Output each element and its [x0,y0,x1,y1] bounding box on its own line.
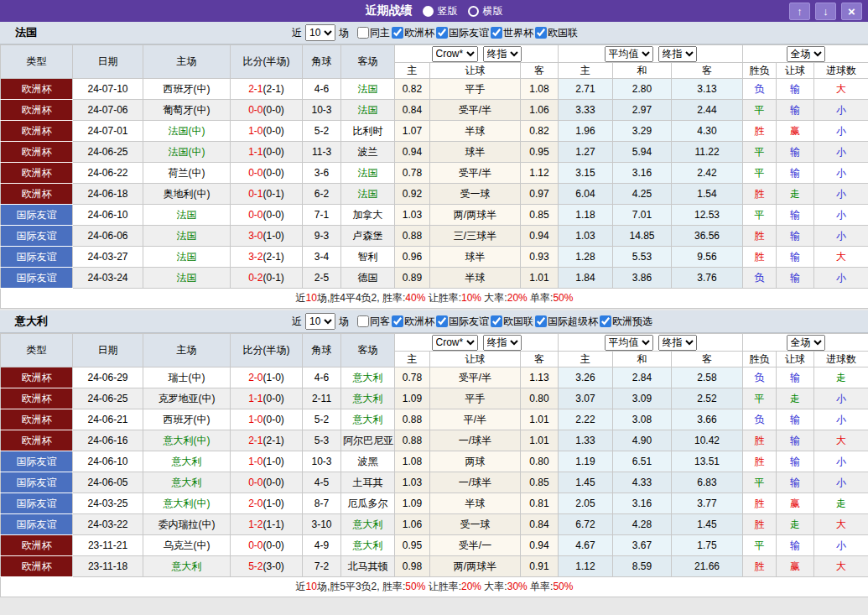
same-venue-checkbox[interactable] [357,27,369,39]
handicap-line-cell: 受半/一 [430,535,521,556]
corners-cell: 4-5 [303,472,341,493]
handicap-line-cell: 受平/半 [430,163,521,184]
column-header: 胜负 [743,63,777,79]
result-winloss-cell: 负 [743,268,777,289]
result-goals-cell: 小 [814,205,868,226]
corners-cell: 7-1 [303,205,341,226]
near-label: 近 [292,26,302,40]
result-goals-cell: 小 [814,226,868,247]
date-cell: 24-06-21 [73,409,143,430]
handicap-line-cell: 球半 [430,142,521,163]
result-handicap-cell: 输 [777,367,814,388]
league-filter-checkbox[interactable] [600,315,611,327]
recent-count-select[interactable]: 10 [305,313,335,330]
table-row: 欧洲杯23-11-18意大利5-2(3-0)7-2北马其顿0.98两/两球半0.… [1,556,868,577]
average-draw-cell: 3.16 [613,163,672,184]
league-filter[interactable]: 欧洲杯 [390,315,434,329]
handicap-away-odds-cell: 0.85 [521,472,559,493]
header-select-group: 平均值终指 [559,45,743,63]
handicap-home-odds-cell: 1.09 [395,388,430,409]
average-away-cell: 13.51 [672,451,743,472]
move-up-button[interactable]: ↑ [789,3,810,20]
league-filter[interactable]: 欧洲预选 [598,315,652,329]
average-home-cell: 3.07 [559,388,613,409]
scope-select[interactable]: 全场 [787,46,825,62]
average-away-cell: 12.53 [672,205,743,226]
column-header: 主场 [143,45,231,79]
league-filter[interactable]: 欧洲杯 [390,26,434,40]
result-handicap-cell: 输 [777,535,814,556]
handicap-line-cell: 一/球半 [430,472,521,493]
score-cell: 1-0(1-0) [231,451,303,472]
league-filter[interactable]: 欧国联 [533,26,578,40]
team-name-label: 法国 [0,25,37,40]
away-team-cell: 波兰 [341,142,395,163]
league-filter-checkbox[interactable] [535,315,547,327]
league-filter[interactable]: 世界杯 [489,26,533,40]
league-filter[interactable]: 国际友谊 [434,26,489,40]
average-draw-cell: 2.97 [613,100,672,121]
radio-vertical-layout[interactable]: 竖版 [423,4,458,18]
handicap-away-odds-cell: 0.80 [521,451,559,472]
handicap-line-cell: 平/半 [430,409,521,430]
average-home-cell: 3.15 [559,163,613,184]
odds-stage-select[interactable]: 终指 [483,335,522,351]
scope-select[interactable]: 全场 [787,335,825,351]
average-stage-select[interactable]: 终指 [658,335,697,351]
average-stage-select[interactable]: 终指 [658,46,697,62]
result-winloss-cell: 胜 [743,226,777,247]
average-source-select[interactable]: 平均值 [605,335,653,351]
league-filter-checkbox[interactable] [436,315,448,327]
average-draw-cell: 3.67 [613,535,672,556]
odds-source-select[interactable]: Crow* [432,46,478,62]
date-cell: 24-06-06 [73,226,143,247]
games-unit-label: 场 [339,26,349,40]
average-away-cell: 3.77 [672,493,743,514]
handicap-away-odds-cell: 0.93 [521,247,559,268]
handicap-line-cell: 半球 [430,121,521,142]
odds-stage-select[interactable]: 终指 [483,46,522,62]
league-filter-checkbox[interactable] [392,315,403,327]
team-name-label: 意大利 [0,314,48,329]
corners-cell: 7-2 [303,556,341,577]
average-away-cell: 36.56 [672,226,743,247]
same-venue-filter[interactable]: 同主 [356,26,390,40]
odds-source-select[interactable]: Crow* [432,335,478,351]
result-goals-cell: 大 [814,430,868,451]
move-down-button[interactable]: ↓ [815,3,836,20]
same-venue-filter[interactable]: 同客 [356,315,390,329]
corners-cell: 5-2 [303,121,341,142]
column-header: 客 [521,352,559,367]
corners-cell: 10-3 [303,451,341,472]
radio-horizontal-layout[interactable]: 横版 [468,4,503,18]
average-away-cell: 21.66 [672,556,743,577]
score-cell: 0-0(0-0) [231,205,303,226]
average-source-select[interactable]: 平均值 [605,46,653,62]
column-header: 客 [672,352,743,367]
league-filter-checkbox[interactable] [436,27,448,39]
league-filter-checkbox[interactable] [535,27,547,39]
handicap-away-odds-cell: 0.84 [521,514,559,535]
league-filter-checkbox[interactable] [491,27,502,39]
league-filter-checkbox[interactable] [392,27,403,39]
date-cell: 23-11-21 [73,535,143,556]
recent-count-select[interactable]: 10 [305,24,335,41]
average-draw-cell: 3.86 [613,268,672,289]
close-button[interactable]: × [841,3,862,20]
league-filter-checkbox[interactable] [491,315,502,327]
league-cell: 国际友谊 [1,451,73,472]
average-draw-cell: 4.28 [613,514,672,535]
league-filter[interactable]: 国际友谊 [434,315,489,329]
league-filter[interactable]: 欧国联 [489,315,533,329]
filter-controls: 近10场同主欧洲杯国际友谊世界杯欧国联 [292,24,578,41]
league-cell: 国际友谊 [1,247,73,268]
result-winloss-cell: 平 [743,388,777,409]
league-cell: 国际友谊 [1,472,73,493]
table-row: 国际友谊24-03-22委内瑞拉(中)1-2(1-1)3-10意大利1.06受一… [1,514,868,535]
league-filter[interactable]: 国际超级杯 [533,315,598,329]
same-venue-checkbox[interactable] [357,315,369,327]
window-title: 近期战绩 [366,3,413,18]
result-handicap-cell: 输 [777,163,814,184]
column-header: 和 [613,352,672,367]
handicap-away-odds-cell: 1.06 [521,100,559,121]
